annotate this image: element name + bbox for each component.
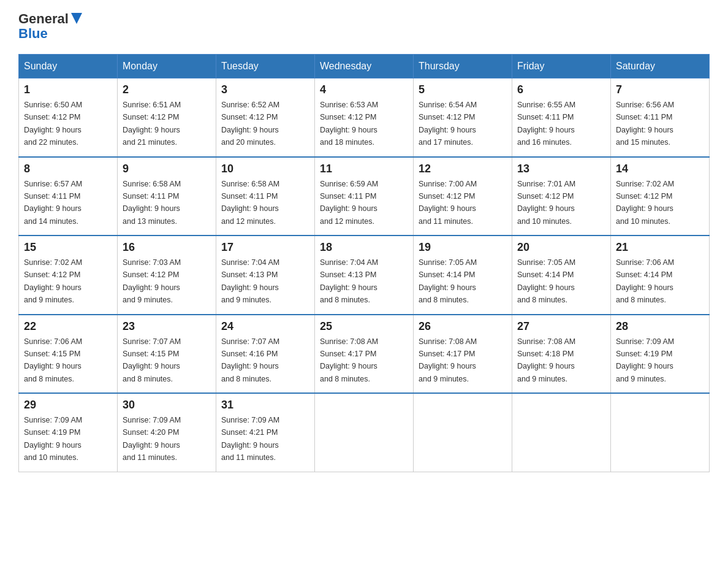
weekday-header-monday: Monday bbox=[118, 55, 216, 79]
calendar-cell: 14 Sunrise: 7:02 AMSunset: 4:12 PMDaylig… bbox=[611, 157, 710, 236]
day-number: 20 bbox=[517, 241, 605, 254]
day-number: 11 bbox=[320, 163, 408, 175]
day-number: 23 bbox=[123, 320, 211, 333]
day-number: 19 bbox=[419, 241, 507, 254]
svg-marker-0 bbox=[71, 13, 82, 24]
day-info: Sunrise: 7:04 AMSunset: 4:13 PMDaylight:… bbox=[221, 258, 279, 304]
day-info: Sunrise: 6:57 AMSunset: 4:11 PMDaylight:… bbox=[24, 180, 82, 226]
calendar-cell: 24 Sunrise: 7:07 AMSunset: 4:16 PMDaylig… bbox=[216, 315, 315, 394]
day-info: Sunrise: 6:50 AMSunset: 4:12 PMDaylight:… bbox=[24, 101, 82, 147]
day-number: 18 bbox=[320, 241, 408, 254]
calendar-week-row: 1 Sunrise: 6:50 AMSunset: 4:12 PMDayligh… bbox=[19, 79, 710, 157]
day-number: 10 bbox=[221, 163, 309, 175]
calendar-cell: 2 Sunrise: 6:51 AMSunset: 4:12 PMDayligh… bbox=[118, 79, 216, 157]
day-info: Sunrise: 7:09 AMSunset: 4:19 PMDaylight:… bbox=[24, 416, 82, 462]
day-info: Sunrise: 7:09 AMSunset: 4:20 PMDaylight:… bbox=[123, 416, 181, 462]
calendar-cell: 17 Sunrise: 7:04 AMSunset: 4:13 PMDaylig… bbox=[216, 236, 315, 315]
day-number: 1 bbox=[24, 83, 112, 96]
calendar-week-row: 15 Sunrise: 7:02 AMSunset: 4:12 PMDaylig… bbox=[19, 236, 710, 315]
day-info: Sunrise: 7:01 AMSunset: 4:12 PMDaylight:… bbox=[517, 180, 575, 226]
calendar-cell: 3 Sunrise: 6:52 AMSunset: 4:12 PMDayligh… bbox=[216, 79, 315, 157]
day-number: 25 bbox=[320, 320, 408, 333]
day-number: 27 bbox=[517, 320, 605, 333]
calendar-cell: 27 Sunrise: 7:08 AMSunset: 4:18 PMDaylig… bbox=[512, 315, 611, 394]
calendar-week-row: 29 Sunrise: 7:09 AMSunset: 4:19 PMDaylig… bbox=[19, 393, 710, 472]
calendar-cell: 20 Sunrise: 7:05 AMSunset: 4:14 PMDaylig… bbox=[512, 236, 611, 315]
day-info: Sunrise: 6:54 AMSunset: 4:12 PMDaylight:… bbox=[419, 101, 477, 147]
calendar-cell bbox=[611, 393, 710, 472]
calendar-cell: 1 Sunrise: 6:50 AMSunset: 4:12 PMDayligh… bbox=[19, 79, 118, 157]
day-info: Sunrise: 7:04 AMSunset: 4:13 PMDaylight:… bbox=[320, 258, 378, 304]
day-info: Sunrise: 7:09 AMSunset: 4:19 PMDaylight:… bbox=[616, 337, 674, 383]
calendar-cell: 7 Sunrise: 6:56 AMSunset: 4:11 PMDayligh… bbox=[611, 79, 710, 157]
logo-blue: Blue bbox=[18, 26, 48, 42]
calendar-cell bbox=[512, 393, 611, 472]
weekday-header-row: SundayMondayTuesdayWednesdayThursdayFrid… bbox=[19, 55, 710, 79]
calendar-cell: 28 Sunrise: 7:09 AMSunset: 4:19 PMDaylig… bbox=[611, 315, 710, 394]
weekday-header-wednesday: Wednesday bbox=[315, 55, 414, 79]
day-number: 30 bbox=[123, 399, 211, 412]
day-number: 28 bbox=[616, 320, 704, 333]
day-info: Sunrise: 6:58 AMSunset: 4:11 PMDaylight:… bbox=[123, 180, 181, 226]
calendar-cell: 6 Sunrise: 6:55 AMSunset: 4:11 PMDayligh… bbox=[512, 79, 611, 157]
day-number: 21 bbox=[616, 241, 704, 254]
day-info: Sunrise: 6:52 AMSunset: 4:12 PMDaylight:… bbox=[221, 101, 279, 147]
weekday-header-thursday: Thursday bbox=[414, 55, 512, 79]
day-number: 8 bbox=[24, 163, 112, 175]
weekday-header-saturday: Saturday bbox=[611, 55, 710, 79]
calendar-cell: 23 Sunrise: 7:07 AMSunset: 4:15 PMDaylig… bbox=[118, 315, 216, 394]
day-number: 22 bbox=[24, 320, 112, 333]
day-info: Sunrise: 7:03 AMSunset: 4:12 PMDaylight:… bbox=[123, 258, 181, 304]
day-info: Sunrise: 7:06 AMSunset: 4:14 PMDaylight:… bbox=[616, 258, 674, 304]
calendar-cell: 12 Sunrise: 7:00 AMSunset: 4:12 PMDaylig… bbox=[414, 157, 512, 236]
calendar-cell: 9 Sunrise: 6:58 AMSunset: 4:11 PMDayligh… bbox=[118, 157, 216, 236]
calendar-cell: 19 Sunrise: 7:05 AMSunset: 4:14 PMDaylig… bbox=[414, 236, 512, 315]
page-header: General Blue bbox=[18, 12, 710, 42]
calendar-cell: 22 Sunrise: 7:06 AMSunset: 4:15 PMDaylig… bbox=[19, 315, 118, 394]
calendar-cell: 16 Sunrise: 7:03 AMSunset: 4:12 PMDaylig… bbox=[118, 236, 216, 315]
calendar-cell: 29 Sunrise: 7:09 AMSunset: 4:19 PMDaylig… bbox=[19, 393, 118, 472]
calendar-cell: 21 Sunrise: 7:06 AMSunset: 4:14 PMDaylig… bbox=[611, 236, 710, 315]
calendar-cell: 30 Sunrise: 7:09 AMSunset: 4:20 PMDaylig… bbox=[118, 393, 216, 472]
day-info: Sunrise: 7:08 AMSunset: 4:17 PMDaylight:… bbox=[419, 337, 477, 383]
day-number: 14 bbox=[616, 163, 704, 175]
calendar-cell bbox=[315, 393, 414, 472]
day-info: Sunrise: 6:58 AMSunset: 4:11 PMDaylight:… bbox=[221, 180, 279, 226]
day-info: Sunrise: 7:08 AMSunset: 4:18 PMDaylight:… bbox=[517, 337, 575, 383]
calendar-cell: 25 Sunrise: 7:08 AMSunset: 4:17 PMDaylig… bbox=[315, 315, 414, 394]
day-info: Sunrise: 7:05 AMSunset: 4:14 PMDaylight:… bbox=[419, 258, 477, 304]
day-number: 26 bbox=[419, 320, 507, 333]
day-info: Sunrise: 7:07 AMSunset: 4:16 PMDaylight:… bbox=[221, 337, 279, 383]
logo-arrow-icon bbox=[70, 12, 83, 25]
day-number: 13 bbox=[517, 163, 605, 175]
day-info: Sunrise: 7:08 AMSunset: 4:17 PMDaylight:… bbox=[320, 337, 378, 383]
calendar-cell: 26 Sunrise: 7:08 AMSunset: 4:17 PMDaylig… bbox=[414, 315, 512, 394]
calendar-cell: 10 Sunrise: 6:58 AMSunset: 4:11 PMDaylig… bbox=[216, 157, 315, 236]
day-info: Sunrise: 7:07 AMSunset: 4:15 PMDaylight:… bbox=[123, 337, 181, 383]
day-number: 12 bbox=[419, 163, 507, 175]
day-info: Sunrise: 6:59 AMSunset: 4:11 PMDaylight:… bbox=[320, 180, 378, 226]
day-info: Sunrise: 7:02 AMSunset: 4:12 PMDaylight:… bbox=[616, 180, 674, 226]
calendar-cell: 13 Sunrise: 7:01 AMSunset: 4:12 PMDaylig… bbox=[512, 157, 611, 236]
day-info: Sunrise: 6:53 AMSunset: 4:12 PMDaylight:… bbox=[320, 101, 378, 147]
day-info: Sunrise: 7:00 AMSunset: 4:12 PMDaylight:… bbox=[419, 180, 477, 226]
day-number: 4 bbox=[320, 83, 408, 96]
calendar-week-row: 8 Sunrise: 6:57 AMSunset: 4:11 PMDayligh… bbox=[19, 157, 710, 236]
day-info: Sunrise: 7:09 AMSunset: 4:21 PMDaylight:… bbox=[221, 416, 279, 462]
calendar-cell: 15 Sunrise: 7:02 AMSunset: 4:12 PMDaylig… bbox=[19, 236, 118, 315]
calendar-cell: 4 Sunrise: 6:53 AMSunset: 4:12 PMDayligh… bbox=[315, 79, 414, 157]
calendar-week-row: 22 Sunrise: 7:06 AMSunset: 4:15 PMDaylig… bbox=[19, 315, 710, 394]
logo-general: General bbox=[18, 12, 69, 26]
weekday-header-tuesday: Tuesday bbox=[216, 55, 315, 79]
day-info: Sunrise: 6:51 AMSunset: 4:12 PMDaylight:… bbox=[123, 101, 181, 147]
calendar-cell: 11 Sunrise: 6:59 AMSunset: 4:11 PMDaylig… bbox=[315, 157, 414, 236]
day-info: Sunrise: 6:56 AMSunset: 4:11 PMDaylight:… bbox=[616, 101, 674, 147]
logo: General Blue bbox=[18, 12, 83, 42]
day-number: 31 bbox=[221, 399, 309, 412]
day-number: 29 bbox=[24, 399, 112, 412]
day-info: Sunrise: 6:55 AMSunset: 4:11 PMDaylight:… bbox=[517, 101, 575, 147]
calendar-cell: 8 Sunrise: 6:57 AMSunset: 4:11 PMDayligh… bbox=[19, 157, 118, 236]
calendar-table: SundayMondayTuesdayWednesdayThursdayFrid… bbox=[18, 54, 710, 472]
day-info: Sunrise: 7:02 AMSunset: 4:12 PMDaylight:… bbox=[24, 258, 82, 304]
day-number: 5 bbox=[419, 83, 507, 96]
